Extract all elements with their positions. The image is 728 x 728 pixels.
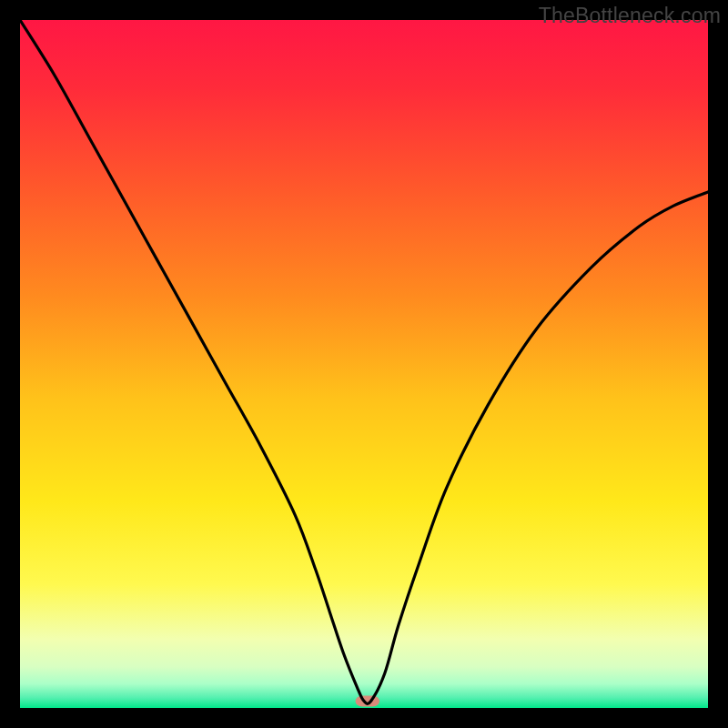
gradient-background [20, 20, 708, 708]
chart-svg [20, 20, 708, 708]
watermark-text: TheBottleneck.com [539, 4, 721, 28]
plot-area [20, 20, 708, 708]
chart-frame: TheBottleneck.com [0, 0, 728, 728]
